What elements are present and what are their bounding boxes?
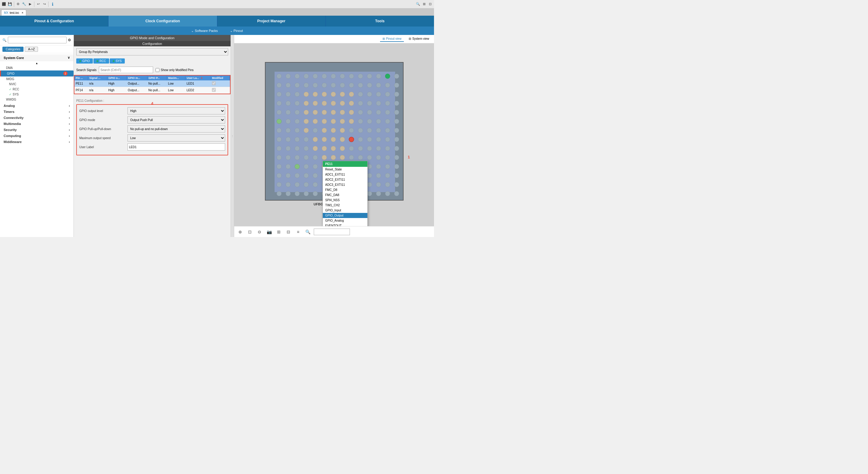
toolbar-icon-4[interactable]: 🔧: [22, 1, 27, 7]
tree-item-wwdg[interactable]: WWDG: [0, 97, 73, 102]
config-select-gpio-pull[interactable]: No pull-up and no pull-down: [127, 125, 225, 133]
menu-item-fmc-d8[interactable]: FMC_D8: [323, 187, 367, 193]
menu-item-fmc-da8[interactable]: FMC_DA8: [323, 193, 367, 198]
tree-header-multimedia[interactable]: Multimedia ›: [0, 121, 73, 127]
tree-header-middleware[interactable]: Middleware ›: [0, 139, 73, 145]
menu-item-adc3[interactable]: ADC3_EXTI11: [323, 182, 367, 187]
group-by-select[interactable]: Group By Peripherals: [76, 48, 228, 56]
config-select-gpio-level[interactable]: High: [127, 107, 225, 114]
toolbar-icon-7[interactable]: ↪: [41, 1, 47, 7]
toolbar-icon-5[interactable]: ▶: [27, 1, 33, 7]
toolbar-sep-3: [48, 1, 49, 7]
file-tab-label: test.ioc: [10, 11, 19, 14]
menu-item-eventout[interactable]: EVENTOUT: [323, 223, 367, 226]
gpio-tab-sys[interactable]: SYS: [110, 59, 125, 64]
svg-point-90: [313, 128, 318, 133]
menu-item-reset[interactable]: Reset_State: [323, 167, 367, 172]
gpio-tab-gpio[interactable]: GPIO: [76, 59, 93, 64]
list-icon[interactable]: ≡: [294, 228, 302, 236]
cat-tab-az[interactable]: A->Z: [25, 47, 38, 52]
close-tab-icon[interactable]: ×: [22, 11, 24, 14]
svg-point-17: [286, 83, 290, 88]
file-tab[interactable]: MX test.ioc ×: [1, 10, 26, 16]
table-row-pe11[interactable]: PE11 n/a High Output... No pull... Low L…: [74, 80, 230, 87]
config-select-max-speed[interactable]: Low: [127, 134, 225, 141]
tree-header-security[interactable]: Security ›: [0, 127, 73, 133]
gpio-tab-rcc[interactable]: RCC: [93, 59, 109, 64]
svg-point-145: [304, 164, 309, 169]
tree-header-connectivity[interactable]: Connectivity ›: [0, 115, 73, 121]
signal-search-input[interactable]: [99, 67, 153, 73]
config-select-gpio-mode[interactable]: Output Push Pull: [127, 116, 225, 124]
tree-item-rcc[interactable]: ✓ RCC: [0, 87, 73, 92]
nav-tab-pinout[interactable]: Pinout & Configuration: [0, 16, 108, 27]
search-toolbar-icon[interactable]: 🔍: [415, 1, 421, 7]
sub-nav-pinout[interactable]: ⌄ Pinout: [230, 29, 243, 33]
menu-item-gpio-output[interactable]: GPIO_Output: [323, 213, 367, 218]
tree-item-dma[interactable]: DMA: [0, 65, 73, 70]
table-row-pf14[interactable]: PF14 n/a High Output... No pull... Low L…: [74, 87, 230, 94]
toolbar-icon-9[interactable]: ⊡: [427, 1, 433, 7]
tree-header-timers[interactable]: Timers ›: [0, 109, 73, 115]
search-input[interactable]: [8, 37, 67, 43]
svg-point-153: [376, 164, 381, 169]
grid-icon[interactable]: ⊟: [285, 228, 292, 236]
col-max-speed: Maxim...: [167, 76, 185, 80]
svg-point-41: [376, 92, 381, 97]
save-image-icon[interactable]: 📷: [266, 228, 273, 236]
tree-item-nvic[interactable]: NVIC: [0, 81, 73, 87]
svg-point-48: [313, 101, 318, 106]
toolbar-icon-2[interactable]: 💾: [7, 1, 13, 7]
tree-item-iwdg[interactable]: IWDG: [0, 76, 73, 81]
nav-tab-clock[interactable]: Clock Configuration: [108, 16, 217, 27]
svg-point-117: [304, 146, 309, 151]
menu-item-tim1-ch2[interactable]: TIM1_CH2: [323, 203, 367, 208]
sub-nav-software-packs[interactable]: ⌄ Software Packs: [191, 29, 218, 33]
zoom-out-icon[interactable]: ⊖: [256, 228, 263, 236]
settings-icon[interactable]: ⚙: [68, 38, 71, 42]
search-chip-icon[interactable]: 🔍: [304, 228, 311, 236]
zoom-in-icon[interactable]: ⊕: [237, 228, 244, 236]
pe11-context-menu[interactable]: PE11 Reset_State ADC1_EXTI11 ADC2_EXTI11…: [322, 161, 368, 226]
nav-tab-project[interactable]: Project Manager: [217, 16, 326, 27]
svg-point-33: [304, 92, 309, 97]
show-modified-checkbox[interactable]: [156, 68, 159, 72]
svg-point-121: [340, 146, 345, 151]
chevron-right-icon-connectivity: ›: [69, 116, 70, 120]
menu-item-spi4-nss[interactable]: SPI4_NSS: [323, 198, 367, 203]
nav-tab-tools[interactable]: Tools: [326, 16, 434, 27]
config-input-user-label[interactable]: [127, 143, 225, 150]
svg-point-28: [385, 83, 390, 88]
svg-point-129: [286, 155, 290, 160]
fit-icon[interactable]: ⊡: [246, 228, 253, 236]
toolbar-icon-6[interactable]: ↩: [36, 1, 41, 7]
tree-item-sys[interactable]: ✓ SYS: [0, 92, 73, 97]
step3-badge: 3: [201, 76, 202, 79]
layout-icon[interactable]: ⊞: [275, 228, 282, 236]
menu-item-adc2[interactable]: ADC2_EXTI11: [323, 177, 367, 182]
svg-point-22: [331, 83, 336, 88]
tree-item-gpio[interactable]: GPIO 2: [0, 70, 73, 76]
config-label-gpio-mode: GPIO mode: [79, 118, 127, 122]
menu-item-adc1[interactable]: ADC1_EXTI11: [323, 172, 367, 177]
chip-area: // This will be generated dynamically: [234, 43, 434, 226]
tree-header-computing[interactable]: Computing ›: [0, 133, 73, 139]
toolbar-icon-8[interactable]: ⊞: [421, 1, 427, 7]
toolbar-icon-1[interactable]: ⬛: [1, 1, 7, 7]
svg-point-29: [394, 83, 399, 88]
svg-point-14: [385, 74, 390, 78]
tree-header-analog[interactable]: Analog ›: [0, 103, 73, 109]
cat-tab-categories[interactable]: Categories: [2, 47, 24, 52]
chip-search-input[interactable]: [314, 229, 350, 235]
info-icon[interactable]: ℹ: [50, 1, 55, 7]
menu-item-gpio-input[interactable]: GPIO_Input: [323, 208, 367, 213]
sub-nav: ⌄ Software Packs ⌄ Pinout: [0, 27, 434, 35]
system-core-header[interactable]: System Core ∨: [0, 55, 73, 61]
resize-handle[interactable]: ⋮: [230, 35, 234, 237]
pinout-view-btn[interactable]: ⊞ Pinout view: [380, 36, 404, 42]
system-view-btn[interactable]: ⊟ System view: [406, 36, 432, 42]
svg-point-110: [367, 137, 372, 142]
collapse-up-icon[interactable]: ▲: [36, 62, 38, 65]
toolbar-icon-3[interactable]: ⚙: [16, 1, 21, 7]
menu-item-gpio-analog[interactable]: GPIO_Analog: [323, 218, 367, 223]
